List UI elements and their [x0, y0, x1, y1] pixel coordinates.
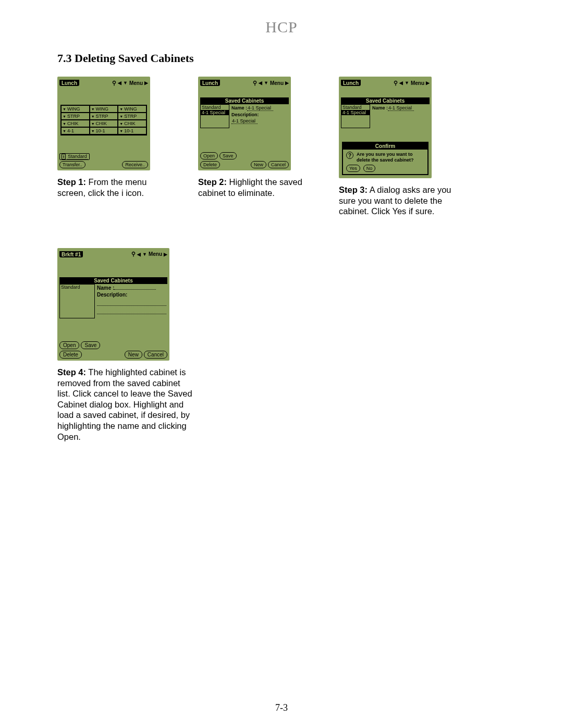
info-tag[interactable]: i Standard [59, 153, 90, 160]
caption-step3: Step 3: A dialog asks are you sure you w… [339, 184, 459, 217]
confirm-message: Are you sure you want to delete the save… [357, 152, 424, 163]
grid-cell[interactable]: ▼10-1 [118, 127, 146, 134]
grid-cell[interactable]: ▼WING [61, 105, 90, 113]
standard-label: Standard [67, 154, 88, 159]
grid-cell[interactable]: ▼CHIK [118, 120, 146, 127]
name-label: Name : [97, 285, 114, 291]
cancel-button[interactable]: Cancel [144, 351, 167, 359]
open-button[interactable]: Open [59, 341, 79, 349]
new-button[interactable]: New [251, 161, 266, 168]
screen3-title: Lunch [341, 80, 361, 86]
screen-1: Lunch ⚲ ◀ ▼ Menu ▶ ▼WING ▼WING ▼WING [57, 77, 150, 170]
menu-label[interactable]: Menu [270, 80, 284, 86]
yes-button[interactable]: Yes [346, 165, 360, 172]
antenna-icon: ⚲ [112, 80, 116, 87]
description-field[interactable]: 4-1 Special [231, 118, 258, 124]
list-item[interactable]: Standard [60, 285, 94, 290]
menu-grid: ▼WING ▼WING ▼WING ▼STRP ▼STRP ▼STRP ▼CHI… [60, 105, 147, 135]
grid-cell[interactable]: ▼4-1 [61, 127, 90, 134]
next-icon[interactable]: ▶ [144, 80, 148, 85]
grid-cell[interactable]: ▼STRP [118, 113, 146, 120]
saved-cabinets-header: Saved Cabinets [341, 97, 430, 104]
screen-2: Lunch ⚲ ◀ ▼ Menu ▶ Saved Cabinets Standa… [198, 77, 291, 170]
saved-cabinets-header: Saved Cabinets [59, 277, 167, 284]
menu-dropdown-icon[interactable]: ▼ [123, 80, 128, 85]
save-button[interactable]: Save [81, 341, 100, 349]
list-item[interactable]: Standard [201, 105, 229, 110]
page-number: 7-3 [0, 702, 563, 713]
list-item[interactable]: Standard [341, 105, 370, 110]
info-icon[interactable]: i [62, 154, 66, 159]
open-button[interactable]: Open [200, 152, 218, 159]
name-label: Name : [231, 105, 247, 110]
cancel-button[interactable]: Cancel [268, 161, 289, 168]
next-icon[interactable]: ▶ [426, 80, 430, 85]
list-item-selected[interactable]: 4-1 Special [201, 110, 229, 115]
description-field[interactable] [97, 301, 166, 306]
name-field[interactable] [114, 289, 156, 290]
delete-button[interactable]: Delete [59, 351, 82, 359]
name-label: Name : [372, 105, 388, 110]
antenna-icon: ⚲ [131, 251, 136, 257]
cabinet-list[interactable]: Standard [59, 284, 95, 318]
delete-button[interactable]: Delete [200, 161, 220, 168]
caption-step1: Step 1: From the menu screen, click the … [57, 177, 177, 198]
save-button[interactable]: Save [219, 152, 237, 159]
description-label: Description: [97, 292, 127, 298]
cabinet-list[interactable]: Standard 4-1 Special [200, 104, 229, 128]
screen-3: Lunch ⚲ ◀ ▼ Menu ▶ Saved Cabinets Standa… [339, 77, 432, 178]
saved-cabinets-header: Saved Cabinets [200, 97, 289, 104]
next-icon[interactable]: ▶ [285, 80, 289, 85]
grid-cell[interactable]: ▼10-1 [90, 127, 118, 134]
next-icon[interactable]: ▶ [164, 252, 167, 257]
confirm-title: Confirm [343, 143, 427, 150]
prev-icon[interactable]: ◀ [118, 80, 121, 85]
grid-cell[interactable]: ▼CHIK [61, 120, 90, 127]
menu-dropdown-icon[interactable]: ▼ [142, 252, 147, 257]
screen1-title: Lunch [59, 80, 79, 86]
confirm-dialog: Confirm ? Are you sure you want to delet… [342, 142, 429, 175]
grid-cell[interactable]: ▼STRP [90, 113, 118, 120]
description-field-line2[interactable] [97, 309, 166, 314]
list-item-selected[interactable]: 4-1 Special [341, 110, 370, 115]
name-field[interactable]: 4-1 Special [247, 105, 273, 111]
menu-dropdown-icon[interactable]: ▼ [405, 80, 409, 85]
cabinet-list[interactable]: Standard 4-1 Special [341, 104, 370, 128]
question-icon: ? [346, 152, 353, 159]
grid-cell[interactable]: ▼CHIK [90, 120, 118, 127]
prev-icon[interactable]: ◀ [137, 252, 141, 257]
description-label: Description: [231, 112, 259, 117]
caption-step2: Step 2: Highlight the saved cabinet to e… [198, 177, 318, 198]
prev-icon[interactable]: ◀ [259, 80, 262, 85]
grid-cell[interactable]: ▼STRP [61, 113, 90, 120]
no-button[interactable]: No [363, 165, 376, 172]
section-title: 7.3 Deleting Saved Cabinets [57, 52, 506, 65]
transfer-button[interactable]: Transfer.. [59, 161, 85, 168]
grid-cell[interactable]: ▼WING [90, 105, 118, 113]
name-field[interactable]: 4-1 Special [388, 105, 414, 111]
screen4-title: Brkft #1 [59, 251, 83, 257]
caption-step4: Step 4: The highlighted cabinet is remov… [57, 367, 193, 442]
screen2-title: Lunch [200, 80, 220, 86]
grid-cell[interactable]: ▼WING [118, 105, 146, 113]
menu-label[interactable]: Menu [411, 80, 424, 86]
new-button[interactable]: New [125, 351, 142, 359]
doc-header: HCP [57, 18, 506, 36]
antenna-icon: ⚲ [253, 80, 257, 87]
menu-label[interactable]: Menu [149, 251, 162, 257]
menu-label[interactable]: Menu [129, 80, 143, 86]
menu-dropdown-icon[interactable]: ▼ [264, 80, 268, 85]
antenna-icon: ⚲ [394, 80, 398, 87]
prev-icon[interactable]: ◀ [399, 80, 403, 85]
screen-4: Brkft #1 ⚲ ◀ ▼ Menu ▶ Saved Cabinets Sta… [57, 248, 169, 361]
receive-button[interactable]: Receive.. [122, 161, 148, 168]
